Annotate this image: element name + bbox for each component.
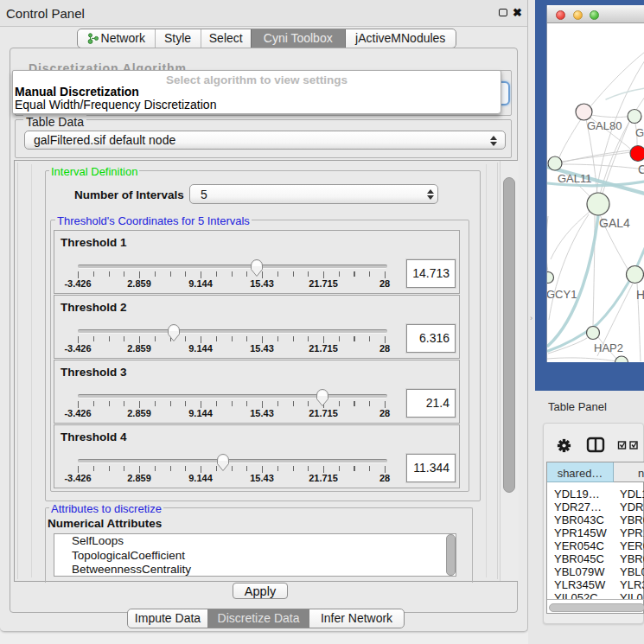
svg-text:HAP2: HAP2 — [594, 341, 623, 354]
svg-text:GA: GA — [635, 126, 644, 139]
svg-text:GAL80: GAL80 — [587, 119, 622, 132]
svg-text:C: C — [638, 163, 644, 176]
svg-text:H: H — [636, 288, 644, 302]
svg-text:GCY1: GCY1 — [547, 288, 577, 301]
svg-text:GAL11: GAL11 — [558, 172, 592, 185]
svg-text:GAL4: GAL4 — [599, 216, 630, 230]
